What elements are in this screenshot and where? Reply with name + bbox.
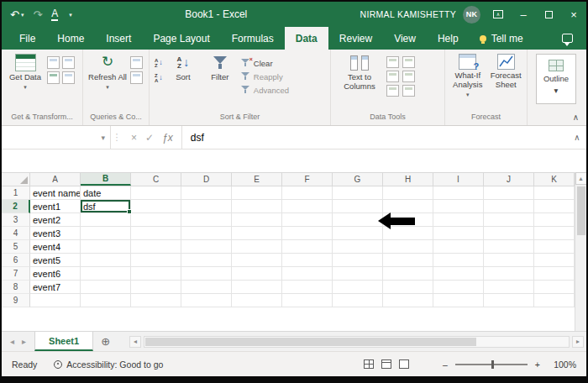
zoom-slider-thumb[interactable]: [491, 360, 494, 369]
cell-J8[interactable]: [484, 281, 534, 294]
row-header-2[interactable]: 2: [2, 200, 30, 213]
cell-I1[interactable]: [433, 186, 484, 200]
cell-E5[interactable]: [232, 240, 282, 254]
vertical-scrollbar[interactable]: ▲: [575, 172, 586, 331]
horizontal-scrollbar-thumb[interactable]: [145, 338, 476, 346]
account-area[interactable]: NIRMAL KAMISHETTY NK: [360, 6, 480, 24]
cell-H9[interactable]: [383, 294, 433, 307]
column-header-E[interactable]: E: [232, 173, 282, 186]
cell-D6[interactable]: [181, 254, 232, 267]
cell-I8[interactable]: [433, 281, 484, 294]
cell-A8[interactable]: event7: [30, 281, 81, 294]
advanced-filter-button[interactable]: Advanced: [240, 84, 289, 97]
undo-button[interactable]: ↶ ▾: [10, 9, 24, 20]
cell-D5[interactable]: [181, 240, 232, 254]
cell-C2[interactable]: [131, 200, 181, 213]
cell-I5[interactable]: [433, 240, 484, 254]
cell-E7[interactable]: [232, 267, 282, 281]
formula-bar-handle[interactable]: ⋮: [111, 126, 123, 149]
cell-F7[interactable]: [282, 267, 333, 281]
cell-C3[interactable]: [131, 213, 181, 227]
cell-I6[interactable]: [433, 254, 484, 267]
column-header-H[interactable]: H: [383, 173, 433, 186]
cell-K7[interactable]: [534, 267, 575, 281]
get-data-button[interactable]: Get Data ▾: [7, 54, 44, 91]
outline-button[interactable]: Outline ▾: [536, 54, 576, 104]
clear-filter-button[interactable]: × Clear: [240, 57, 289, 70]
cell-E8[interactable]: [232, 281, 282, 294]
cell-J9[interactable]: [484, 294, 534, 307]
cell-F6[interactable]: [282, 254, 333, 267]
cell-B5[interactable]: [81, 240, 131, 254]
cell-G6[interactable]: [333, 254, 383, 267]
cell-F3[interactable]: [282, 213, 333, 227]
cell-A5[interactable]: event4: [30, 240, 81, 254]
tab-view[interactable]: View: [383, 27, 427, 50]
cell-J5[interactable]: [484, 240, 534, 254]
cell-J3[interactable]: [484, 213, 534, 227]
column-header-K[interactable]: K: [534, 173, 575, 186]
page-layout-view-icon[interactable]: [381, 359, 391, 369]
cell-H7[interactable]: [383, 267, 433, 281]
select-all-button[interactable]: [2, 173, 30, 186]
collapse-ribbon-button[interactable]: ∧: [573, 113, 579, 122]
row-header-1[interactable]: 1: [2, 186, 30, 200]
zoom-out-icon[interactable]: –: [443, 359, 448, 370]
normal-view-icon[interactable]: [364, 359, 374, 369]
name-box[interactable]: ▾: [2, 126, 111, 149]
cell-C4[interactable]: [131, 227, 181, 240]
vertical-scrollbar-thumb[interactable]: [577, 186, 585, 235]
scroll-right-icon[interactable]: ▸: [572, 336, 584, 348]
scroll-up-icon[interactable]: ▲: [575, 172, 587, 185]
cell-A2[interactable]: event1: [30, 200, 81, 213]
cell-A6[interactable]: event5: [30, 254, 81, 267]
cell-D4[interactable]: [181, 227, 232, 240]
row-header-4[interactable]: 4: [2, 227, 30, 240]
column-header-I[interactable]: I: [433, 173, 484, 186]
cell-B4[interactable]: [81, 227, 131, 240]
cell-K3[interactable]: [534, 213, 575, 227]
cell-I9[interactable]: [433, 294, 484, 307]
tab-file[interactable]: File: [8, 27, 46, 50]
row-header-5[interactable]: 5: [2, 240, 30, 254]
cell-D8[interactable]: [181, 281, 232, 294]
cell-A4[interactable]: event3: [30, 227, 81, 240]
cell-H2[interactable]: [383, 200, 433, 213]
tab-home[interactable]: Home: [46, 27, 95, 50]
cell-D9[interactable]: [181, 294, 232, 307]
cell-G7[interactable]: [333, 267, 383, 281]
tab-insert[interactable]: Insert: [95, 27, 142, 50]
cell-G4[interactable]: [333, 227, 383, 240]
cell-G8[interactable]: [333, 281, 383, 294]
expand-formula-bar-button[interactable]: ∧: [568, 126, 586, 149]
cell-A1[interactable]: event name: [30, 186, 81, 200]
underline-button[interactable]: A: [51, 8, 58, 21]
cell-E9[interactable]: [232, 294, 282, 307]
confirm-entry-icon[interactable]: ✓: [145, 132, 154, 144]
cell-F1[interactable]: [282, 186, 333, 200]
cell-B2[interactable]: dsf: [81, 200, 131, 213]
cell-F9[interactable]: [282, 294, 333, 307]
cell-H5[interactable]: [383, 240, 433, 254]
cell-A9[interactable]: [30, 294, 81, 307]
edit-links-icon[interactable]: [130, 71, 143, 84]
zoom-slider[interactable]: [455, 364, 528, 365]
recent-sources-icon[interactable]: [62, 71, 75, 84]
row-header-6[interactable]: 6: [2, 254, 30, 267]
row-header-7[interactable]: 7: [2, 267, 30, 281]
cell-J2[interactable]: [484, 200, 534, 213]
zoom-level[interactable]: 100%: [548, 359, 576, 370]
cell-F4[interactable]: [282, 227, 333, 240]
cell-K9[interactable]: [534, 294, 575, 307]
cell-B9[interactable]: [81, 294, 131, 307]
row-header-8[interactable]: 8: [2, 281, 30, 294]
cell-D2[interactable]: [181, 200, 232, 213]
cell-B1[interactable]: date: [81, 186, 131, 200]
cell-C7[interactable]: [131, 267, 181, 281]
cell-I3[interactable]: [433, 213, 484, 227]
cell-I7[interactable]: [433, 267, 484, 281]
cell-D3[interactable]: [181, 213, 232, 227]
cell-B8[interactable]: [81, 281, 131, 294]
cell-K1[interactable]: [534, 186, 575, 200]
cell-E6[interactable]: [232, 254, 282, 267]
